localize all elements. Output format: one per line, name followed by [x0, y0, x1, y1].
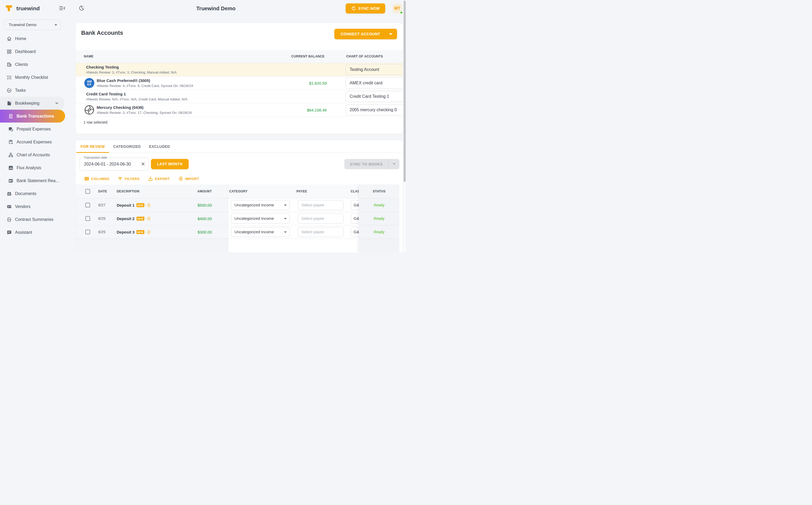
table-row[interactable]: Checking Testing #Needs Review: 3, #Txns… [75, 63, 403, 76]
sidebar-item-accrued-expenses[interactable]: Accrued Expenses [0, 136, 65, 148]
sidebar-item-clients[interactable]: Clients [0, 58, 65, 71]
checklist-icon [7, 75, 12, 80]
payee-input[interactable]: Select payee [298, 227, 344, 237]
chevron-down-icon [284, 204, 287, 206]
columns-button[interactable]: COLUMNS [84, 176, 109, 181]
sidebar-item-bank-transactions[interactable]: Bank Transactions [0, 110, 65, 123]
bank-statement-icon [8, 178, 13, 183]
payee-input[interactable]: Select payee [298, 200, 344, 210]
chevron-down-icon[interactable] [389, 163, 399, 165]
category-value: Uncategorized Income [234, 229, 274, 234]
column-header-class: CLASS [351, 184, 359, 198]
table-row[interactable]: Credit Card Testing 1 #Needs Review: N/A… [75, 90, 403, 103]
sidebar-item-tasks[interactable]: Tasks [0, 84, 65, 97]
export-button[interactable]: EXPORT [148, 176, 170, 181]
class-input[interactable]: G&A [351, 227, 359, 237]
transaction-description: Deposit 2 [117, 216, 135, 221]
moon-stars-icon[interactable] [78, 5, 84, 11]
category-value: Uncategorized Income [234, 216, 274, 221]
clear-x-icon[interactable] [141, 162, 145, 166]
table-row[interactable]: 6/27 Deposit 1 NEW $500.00 Uncategorized… [75, 198, 399, 212]
transaction-date: 6/27 [98, 198, 106, 212]
sidebar-item-prepaid-expenses[interactable]: Prepaid Expenses [0, 123, 65, 136]
account-meta: #Needs Review: 4, #Txns: 6, Credit Card,… [97, 84, 193, 88]
chart-of-accounts-input[interactable]: 2005 mercury checking 0 [346, 105, 403, 116]
status-badge: Ready [359, 198, 399, 212]
account-name: Credit Card Testing 1 [86, 92, 187, 96]
sidebar-item-monthly-checklist[interactable]: Monthly Checklist [0, 71, 65, 84]
sync-to-books-button[interactable]: SYNC TO BOOKS [344, 159, 399, 169]
sidebar-item-label: Prepaid Expenses [17, 127, 51, 132]
sidebar-item-vendors[interactable]: Vendors [0, 200, 65, 213]
bank-accounts-table-header: NAME CURRENT BALANCE CHART OF ACCOUNTS [75, 50, 403, 63]
sidebar-item-label: Documents [15, 191, 36, 196]
select-all-checkbox[interactable] [85, 189, 90, 194]
category-select[interactable]: Uncategorized Income [231, 213, 290, 223]
sync-to-books-label: SYNC TO BOOKS [344, 162, 388, 166]
tasks-icon [7, 88, 12, 93]
tab-categorized[interactable]: CATEGORIZED [109, 140, 145, 153]
sidebar-item-contract-summaries[interactable]: Contract Summaries [0, 213, 65, 226]
sidebar-item-flux-analysis[interactable]: Flux Analysis [0, 161, 65, 174]
column-header-current-balance: CURRENT BALANCE [291, 50, 325, 63]
row-checkbox[interactable] [85, 216, 90, 221]
category-select[interactable]: Uncategorized Income [231, 200, 290, 210]
last-month-button[interactable]: LAST MONTH [151, 159, 189, 169]
table-row[interactable]: Mercury Checking (0439) #Needs Review: 3… [75, 103, 403, 117]
documents-icon [7, 191, 12, 196]
collapse-sidebar-icon[interactable] [59, 5, 65, 11]
sidebar-item-assistant[interactable]: Assistant [0, 226, 65, 239]
prepaid-expenses-icon [8, 127, 13, 132]
transactions-tabs: FOR REVIEW CATEGORIZED EXCLUDED [76, 140, 174, 153]
account-name: Blue Cash Preferred® (3005) [97, 78, 193, 83]
connect-account-button[interactable]: CONNECT ACCOUNT [334, 29, 397, 39]
sidebar-item-home[interactable]: Home [0, 32, 65, 45]
sync-now-button[interactable]: SYNC NOW [346, 3, 385, 13]
transaction-date-filter[interactable]: Transaction date 2024-06-01 - 2024-06-30 [79, 158, 149, 171]
account-name: Checking Testing [86, 65, 177, 69]
sidebar-item-documents[interactable]: Documents [0, 187, 65, 200]
sidebar-item-chart-of-accounts[interactable]: Chart of Accounts [0, 148, 65, 161]
table-row[interactable]: 6/25 Deposit 2 NEW $400.00 Uncategorized… [75, 212, 399, 225]
sidebar-item-dashboard[interactable]: Dashboard [0, 45, 65, 58]
table-row[interactable]: 6/25 Deposit 3 NEW $300.00 Uncategorized… [75, 225, 399, 239]
chart-of-accounts-input[interactable]: AMEX credit card [346, 77, 403, 89]
row-checkbox[interactable] [85, 203, 90, 207]
avatar[interactable]: MT [393, 4, 402, 13]
tab-label: EXCLUDED [149, 144, 170, 149]
sidebar-item-bank-statement-reader[interactable]: Bank Statement Rea... [0, 174, 65, 187]
chart-of-accounts-input[interactable]: Testing Account [346, 64, 403, 75]
tab-excluded[interactable]: EXCLUDED [145, 140, 174, 153]
chart-of-accounts-input[interactable]: Credit Card Testing 1 [346, 91, 403, 102]
transactions-card: FOR REVIEW CATEGORIZED EXCLUDED Transact… [75, 140, 403, 252]
mercury-logo [84, 105, 94, 115]
truewind-t-logo [4, 4, 14, 13]
import-button[interactable]: IMPORT [178, 176, 199, 181]
payee-input[interactable]: Select payee [298, 213, 344, 223]
table-toolbar: COLUMNS FILTERS EXPORT IMPORT [84, 176, 199, 181]
account-meta: #Needs Review: N/A, #Txns: N/A, Credit C… [86, 97, 187, 101]
workspace-select-value: Truewind Demo [9, 22, 36, 27]
vendors-icon [7, 204, 12, 209]
sidebar-nav: Home Dashboard Clients Monthly Checklist… [0, 32, 75, 239]
import-icon [178, 176, 183, 181]
class-input[interactable]: G&A [351, 213, 359, 223]
account-name: Mercury Checking (0439) [97, 105, 192, 110]
row-checkbox[interactable] [85, 229, 90, 234]
table-row[interactable]: AMEX Blue Cash Preferred® (3005) #Needs … [75, 76, 403, 90]
status-badge: Ready [359, 212, 399, 225]
category-value: Uncategorized Income [234, 203, 274, 207]
class-input[interactable]: G&A [351, 200, 359, 210]
scrollbar-thumb[interactable] [404, 1, 406, 182]
brand-name: truewind [16, 0, 40, 17]
sidebar-item-bookkeeping[interactable]: Bookkeeping [0, 97, 64, 110]
filters-button[interactable]: FILTERS [118, 176, 140, 181]
accrued-expenses-icon [8, 139, 13, 145]
page-title: Truewind Demo [196, 0, 235, 17]
dashboard-icon [7, 49, 12, 54]
tab-for-review[interactable]: FOR REVIEW [76, 140, 109, 153]
workspace-select[interactable]: Truewind Demo [4, 19, 61, 30]
chart-of-accounts-icon [8, 152, 13, 158]
chevron-down-icon [55, 101, 59, 105]
category-select[interactable]: Uncategorized Income [231, 227, 290, 237]
